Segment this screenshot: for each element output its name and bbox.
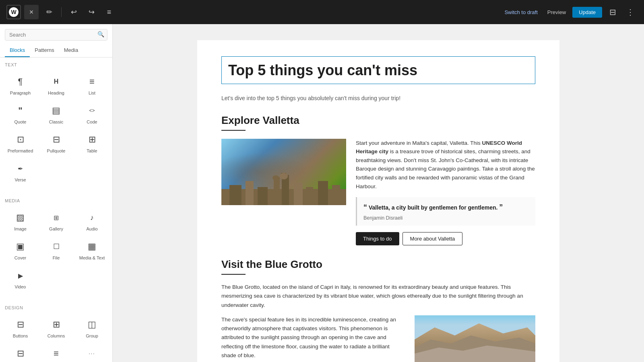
verse-label: Verse (14, 177, 26, 182)
table-icon (85, 132, 99, 147)
media-section-label: MEDIA (0, 193, 112, 206)
text-section-label: TEXT (0, 58, 112, 70)
classic-icon (49, 103, 64, 118)
block-buttons[interactable]: Buttons (3, 314, 37, 341)
valletta-image (221, 139, 346, 205)
topbar-divider (61, 7, 62, 17)
update-button[interactable]: Update (572, 7, 602, 18)
block-list[interactable]: List (75, 71, 109, 99)
svg-point-13 (272, 175, 279, 180)
table-label: Table (87, 148, 97, 153)
mediatext-label: Media & Text (79, 255, 105, 260)
pullquote-icon (49, 132, 64, 147)
svg-rect-3 (258, 187, 268, 205)
columns-label: Columns (47, 333, 65, 338)
search-submit-icon[interactable]: 🔍 (97, 31, 104, 37)
block-pullquote[interactable]: Pullquote (39, 129, 73, 156)
svg-rect-4 (274, 177, 280, 205)
file-icon (49, 239, 64, 254)
group-icon (85, 317, 99, 332)
valletta-description: Start your adventure in Malta's capital,… (356, 139, 535, 191)
block-table[interactable]: Table (75, 129, 109, 156)
intro-paragraph: Let's dive into the top 5 things you abs… (221, 94, 535, 103)
media-blocks-grid: Image Gallery Audio Cover File Media & T… (0, 206, 112, 294)
grotto-image-svg (415, 315, 535, 362)
redo-button[interactable]: ↪ (84, 5, 99, 19)
paragraph-label: Paragraph (10, 90, 31, 95)
image-label: Image (14, 226, 27, 231)
more-about-valletta-button[interactable]: More about Valletta (402, 232, 463, 245)
tab-patterns[interactable]: Patterns (30, 44, 59, 57)
columns-icon (49, 317, 64, 332)
heading-icon (49, 74, 64, 89)
canvas-area: Top 5 things you can't miss Let's dive i… (113, 24, 644, 362)
block-video[interactable]: Video (3, 265, 37, 292)
quote-label: Quote (14, 119, 27, 124)
heading-label: Heading (48, 90, 64, 95)
blue-grotto-section: Visit the Blue Grotto The Blue Grotto, l… (221, 258, 535, 362)
block-heading[interactable]: Heading (39, 71, 73, 99)
block-verse[interactable]: Verse (3, 158, 37, 185)
sidebar-search-container: 🔍 (0, 24, 112, 44)
sidebar: 🔍 Blocks Patterns Media TEXT Paragraph H… (0, 24, 113, 362)
block-cover[interactable]: Cover (3, 236, 37, 263)
city-silhouette-svg (221, 173, 346, 205)
block-preformatted[interactable]: Preformatted (3, 129, 37, 156)
video-label: Video (15, 284, 26, 289)
search-input[interactable] (5, 29, 107, 41)
buttons-icon (13, 317, 28, 332)
preview-button[interactable]: Preview (544, 8, 569, 17)
close-button[interactable]: × (24, 5, 39, 19)
more-icon (85, 346, 99, 361)
block-gallery[interactable]: Gallery (39, 207, 73, 234)
block-more[interactable]: More (75, 343, 109, 362)
block-file[interactable]: File (39, 236, 73, 263)
code-icon (85, 103, 99, 118)
tab-blocks[interactable]: Blocks (5, 44, 30, 57)
valletta-content-row: Start your adventure in Malta's capital,… (221, 139, 535, 246)
svg-rect-1 (229, 185, 242, 205)
document-overview-button[interactable]: ≡ (102, 5, 116, 19)
wp-logo-button[interactable]: W (6, 5, 21, 19)
block-mediatext[interactable]: Media & Text (75, 236, 109, 263)
sidebar-tabs: Blocks Patterns Media (0, 44, 112, 58)
valletta-text: Start your adventure in Malta's capital,… (356, 139, 535, 246)
block-columns[interactable]: Columns (39, 314, 73, 341)
block-group[interactable]: Group (75, 314, 109, 341)
list-icon (85, 74, 99, 89)
topbar-right-actions: Switch to draft Preview Update ⊟ ⋮ (501, 5, 638, 19)
block-stack[interactable]: Stack (39, 343, 73, 362)
undo-button[interactable]: ↩ (66, 5, 81, 19)
options-menu-button[interactable]: ⋮ (623, 5, 638, 19)
things-to-do-button[interactable]: Things to do (356, 232, 399, 245)
group-label: Group (86, 333, 98, 338)
blue-grotto-heading: Visit the Blue Grotto (221, 258, 535, 271)
block-code[interactable]: Code (75, 100, 109, 128)
topbar: W × ✏ ↩ ↪ ≡ Switch to draft Preview Upda… (0, 0, 644, 24)
svg-point-12 (280, 173, 288, 179)
main-heading-block[interactable]: Top 5 things you can't miss (221, 56, 535, 84)
block-classic[interactable]: Classic (39, 100, 73, 128)
block-quote[interactable]: Quote (3, 100, 37, 128)
block-image[interactable]: Image (3, 207, 37, 234)
stack-icon (49, 346, 64, 361)
block-row[interactable]: Row (3, 343, 37, 362)
valletta-quote-text: Valletta, a city built by gentlemen for … (363, 202, 529, 213)
block-paragraph[interactable]: Paragraph (3, 71, 37, 99)
edit-pen-button[interactable]: ✏ (42, 5, 56, 19)
grotto-text-block: The cave's special feature lies in its i… (221, 315, 405, 362)
gallery-label: Gallery (49, 226, 63, 231)
tab-media[interactable]: Media (59, 44, 83, 57)
audio-label: Audio (86, 226, 97, 231)
block-audio[interactable]: Audio (75, 207, 109, 234)
settings-panel-button[interactable]: ⊟ (605, 5, 620, 19)
design-section-label: DESIGN (0, 300, 112, 313)
valletta-buttons: Things to do More about Valletta (356, 232, 535, 245)
file-label: File (53, 255, 60, 260)
mediatext-icon (85, 239, 99, 254)
main-layout: 🔍 Blocks Patterns Media TEXT Paragraph H… (0, 24, 644, 362)
code-label: Code (87, 119, 97, 124)
paragraph-icon (13, 74, 28, 89)
quote-icon (13, 103, 28, 118)
switch-to-draft-button[interactable]: Switch to draft (501, 8, 541, 17)
